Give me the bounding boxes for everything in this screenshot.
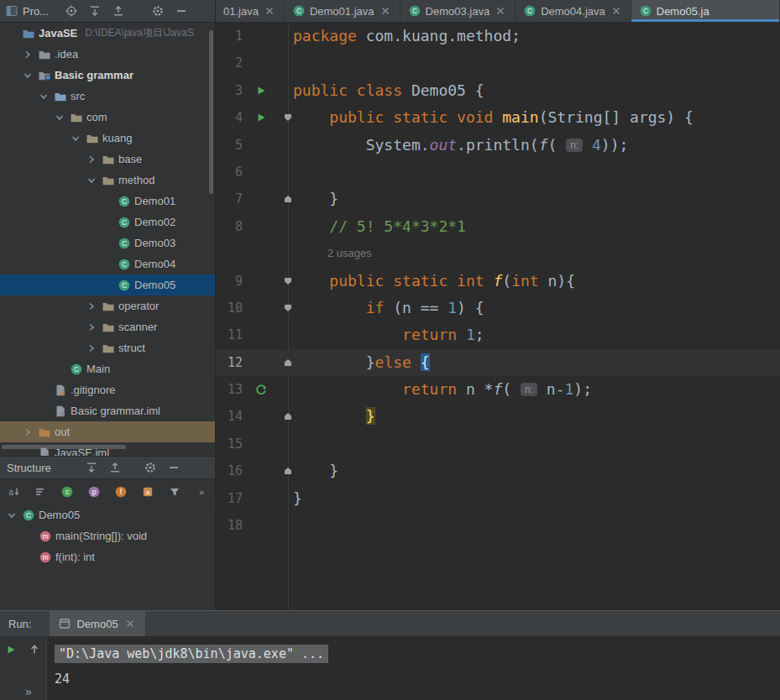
sort-visibility-icon[interactable] (34, 485, 47, 499)
editor-line-1[interactable]: 1package com.kuang.method; (216, 23, 780, 50)
more-icon[interactable]: » (195, 485, 208, 499)
line-number[interactable]: 18 (216, 512, 243, 539)
line-number[interactable]: 17 (216, 485, 243, 512)
close-icon[interactable] (494, 4, 507, 18)
chevron-closed-icon[interactable] (85, 300, 98, 313)
structure-panel-title[interactable]: Structure (7, 462, 51, 474)
editor-line-7[interactable]: 7 } (216, 185, 780, 212)
chevron-closed-icon[interactable] (21, 426, 34, 439)
chevron-closed-icon[interactable] (85, 342, 98, 355)
line-number[interactable]: 10 (216, 295, 243, 321)
line-number[interactable]: 2 (216, 50, 243, 76)
hide-icon[interactable] (175, 4, 188, 18)
project-tree-item-struct[interactable]: struct (0, 337, 216, 358)
project-tree-item-src[interactable]: src (0, 86, 216, 107)
recursion-icon[interactable] (254, 383, 268, 396)
editor-line-17[interactable]: 17} (216, 485, 780, 512)
anonymous-filter-icon[interactable]: a (141, 485, 154, 499)
project-vertical-scrollbar[interactable] (209, 30, 213, 194)
expand-all-icon[interactable] (85, 461, 98, 474)
line-number[interactable]: 7 (216, 185, 243, 212)
hide-icon[interactable] (167, 461, 181, 474)
run-console[interactable]: "D:\Java web\jdk8\bin\java.exe" ...24 (48, 636, 780, 700)
chevron-open-icon[interactable] (21, 69, 34, 82)
field-filter-icon[interactable]: f (114, 485, 128, 499)
project-tree-item-out[interactable]: out (0, 421, 216, 442)
close-icon[interactable] (379, 4, 392, 18)
editor-line-13[interactable]: 13 return n *f( n: n-1); (216, 376, 780, 403)
editor-line-11[interactable]: 11 return 1; (216, 321, 780, 348)
line-number[interactable]: 15 (216, 431, 243, 457)
console-line[interactable]: "D:\Java web\jdk8\bin\java.exe" ... (55, 641, 780, 666)
inline-usages-hint[interactable]: 2 usages (216, 240, 780, 267)
filter-icon[interactable] (168, 485, 181, 499)
editor-tab-demo05-ja[interactable]: CDemo05.ja (631, 0, 780, 22)
editor-line-10[interactable]: 10 if (n == 1) { (216, 295, 780, 321)
project-tree-item-demo03[interactable]: CDemo03 (0, 232, 216, 253)
chevron-closed-icon[interactable] (21, 48, 34, 61)
run-icon[interactable] (254, 84, 268, 97)
close-icon[interactable] (610, 4, 623, 18)
line-number[interactable]: 9 (216, 268, 243, 295)
run-tab-demo05[interactable]: Demo05 (50, 611, 144, 636)
editor-line-16[interactable]: 16 } (216, 457, 780, 484)
editor-line-18[interactable]: 18 (216, 512, 780, 539)
structure-item-demo05[interactable]: CDemo05 (0, 504, 216, 525)
editor-line-8[interactable]: 8 // 5! 5*4*3*2*1 (216, 213, 780, 240)
settings-icon[interactable] (144, 461, 157, 474)
console-more-icon[interactable]: » (25, 685, 32, 698)
chevron-open-icon[interactable] (85, 174, 98, 187)
property-filter-icon[interactable]: p (87, 485, 101, 499)
chevron-closed-icon[interactable] (85, 321, 98, 334)
project-tree-item-operator[interactable]: operator (0, 295, 216, 316)
project-tree-item-demo01[interactable]: CDemo01 (0, 191, 216, 212)
project-tree-item-com[interactable]: com (0, 107, 216, 128)
class-filter-icon[interactable]: c (60, 485, 74, 499)
line-number[interactable]: 1 (216, 23, 243, 50)
run-icon[interactable] (254, 111, 268, 124)
line-number[interactable]: 3 (216, 77, 243, 104)
editor-tab-demo04-java[interactable]: CDemo04.java (516, 0, 631, 22)
structure-item-f-int-int[interactable]: mf(int): int (0, 546, 216, 567)
line-number[interactable]: 5 (216, 132, 243, 159)
editor-line-6[interactable]: 6 (216, 159, 780, 185)
rerun-icon[interactable] (4, 643, 18, 656)
line-number[interactable]: 13 (216, 376, 243, 403)
line-number[interactable]: 8 (216, 213, 243, 240)
project-tree-item-basic-grammar[interactable]: Basic grammar (0, 65, 216, 86)
editor-line-3[interactable]: 3public class Demo05 { (216, 77, 780, 104)
project-tree-item-demo05[interactable]: CDemo05 (0, 274, 216, 295)
expand-all-icon[interactable] (88, 4, 102, 18)
up-icon[interactable] (28, 643, 41, 656)
editor-tab-01-java[interactable]: 01.java (216, 0, 285, 22)
structure-item-main-string-void[interactable]: mmain(String[]): void (0, 525, 216, 546)
panel-divider[interactable] (215, 0, 216, 610)
editor-line-14[interactable]: 14 } (216, 403, 780, 430)
chevron-closed-icon[interactable] (85, 153, 98, 166)
project-tree-item-kuang[interactable]: kuang (0, 128, 216, 149)
editor-tab-demo01-java[interactable]: CDemo01.java (285, 0, 400, 22)
project-tree-item-base[interactable]: base (0, 149, 216, 170)
editor-line-15[interactable]: 15 (216, 431, 780, 457)
code-editor[interactable]: 1package com.kuang.method;23public class… (216, 23, 780, 610)
chevron-open-icon[interactable] (37, 90, 50, 103)
project-panel-title[interactable]: Pro... (23, 5, 49, 18)
project-tree-item-gitignore[interactable]: .gitignore (0, 379, 216, 400)
line-number[interactable]: 6 (216, 159, 243, 185)
project-tree-item-scanner[interactable]: scanner (0, 316, 216, 337)
editor-line-12[interactable]: 12 }else { (216, 349, 780, 376)
line-number[interactable]: 4 (216, 104, 243, 131)
collapse-all-icon[interactable] (112, 4, 125, 18)
project-tree-item-demo04[interactable]: CDemo04 (0, 253, 216, 274)
chevron-open-icon[interactable] (5, 509, 18, 522)
project-tree-item-method[interactable]: method (0, 170, 216, 191)
line-number[interactable]: 11 (216, 321, 243, 348)
editor-tab-demo03-java[interactable]: CDemo03.java (400, 0, 516, 22)
line-number[interactable]: 16 (216, 457, 243, 484)
editor-line-4[interactable]: 4 public static void main(String[] args)… (216, 104, 780, 131)
chevron-open-icon[interactable] (53, 111, 66, 124)
settings-icon[interactable] (151, 4, 165, 18)
project-tree-item-javase[interactable]: JavaSED:\IDEA\java项目\JavaS (0, 23, 216, 44)
editor-line-2[interactable]: 2 (216, 50, 780, 76)
sort-alpha-icon[interactable]: a (7, 485, 20, 499)
